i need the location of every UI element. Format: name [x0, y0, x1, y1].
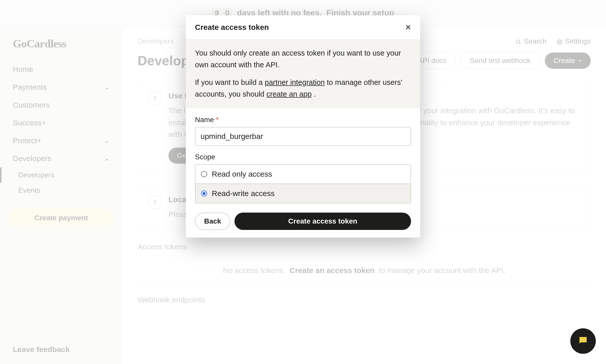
modal-p1: You should only create an access token i…	[195, 47, 411, 71]
chat-launcher[interactable]	[570, 328, 596, 354]
create-an-app-link[interactable]: create an app	[267, 90, 312, 98]
required-indicator: *	[216, 116, 219, 124]
radio-label: Read only access	[212, 170, 272, 178]
modal-description: You should only create an access token i…	[186, 40, 420, 108]
chat-icon	[578, 335, 588, 347]
scope-read-only-option[interactable]: Read only access	[195, 165, 411, 184]
modal-title: Create access token	[195, 23, 269, 32]
back-button[interactable]: Back	[195, 213, 230, 230]
close-icon[interactable]: ✕	[405, 23, 411, 32]
partner-integration-link[interactable]: partner integration	[265, 78, 325, 86]
create-access-token-submit[interactable]: Create access token	[234, 213, 411, 230]
create-access-token-modal: Create access token ✕ You should only cr…	[186, 15, 420, 238]
modal-p2: If you want to build a partner integrati…	[195, 76, 411, 100]
name-input[interactable]	[195, 127, 411, 146]
scope-radio-group: Read only access Read-write access	[195, 164, 411, 203]
radio-icon	[201, 171, 207, 177]
button-label: Create access token	[288, 217, 357, 225]
button-label: Back	[204, 217, 221, 225]
scope-read-write-option[interactable]: Read-write access	[195, 184, 411, 203]
radio-label: Read-write access	[212, 189, 275, 198]
scope-label: Scope	[195, 153, 411, 161]
name-label: Name *	[195, 116, 411, 124]
radio-icon	[201, 190, 207, 197]
